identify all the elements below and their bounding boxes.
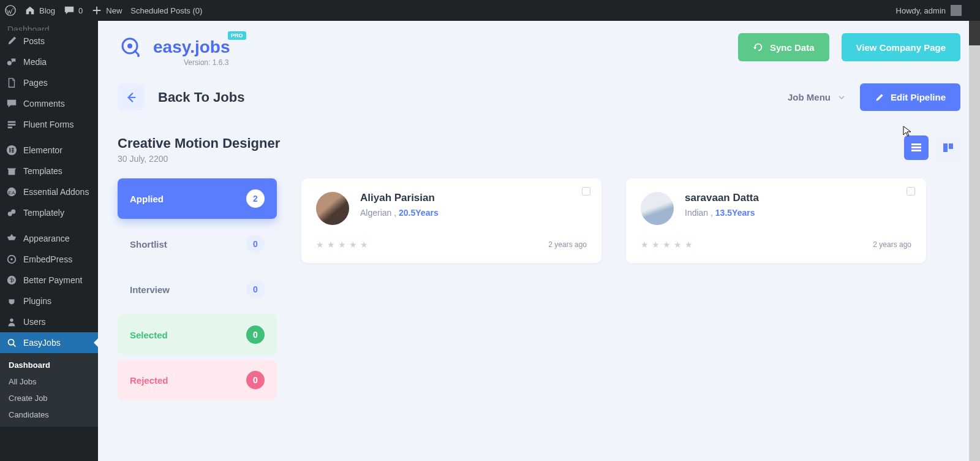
svg-point-15 — [10, 258, 13, 261]
candidate-avatar — [316, 192, 349, 225]
sub-candidates[interactable]: Candidates — [0, 406, 98, 423]
svg-point-1 — [7, 61, 12, 65]
wp-logo[interactable] — [5, 5, 16, 16]
stage-applied[interactable]: Applied2 — [118, 178, 277, 219]
pro-badge: PRO — [228, 31, 246, 40]
sidebar-item-pages[interactable]: Pages — [0, 72, 98, 93]
site-home[interactable]: Blog — [24, 5, 55, 16]
svg-rect-23 — [911, 147, 921, 148]
sub-all-jobs[interactable]: All Jobs — [0, 373, 98, 390]
sidebar-item-betterpayment[interactable]: Better Payment — [0, 270, 98, 291]
site-name: Blog — [39, 6, 55, 15]
back-title: Back To Jobs — [158, 90, 244, 105]
candidate-card[interactable]: saravaan Datta Indian , 13.5Years ★★★★★ … — [626, 178, 926, 263]
svg-text:EA: EA — [9, 190, 15, 196]
wp-sidebar: Dashboard Posts Media Pages Comments Flu… — [0, 21, 98, 461]
sidebar-item-fluentforms[interactable]: Fluent Forms — [0, 114, 98, 135]
candidate-meta: Algerian , 20.5Years — [360, 208, 439, 218]
comments-link[interactable]: 0 — [64, 5, 83, 16]
rating-stars[interactable]: ★★★★★ — [641, 240, 693, 250]
svg-rect-3 — [8, 124, 16, 126]
candidate-avatar — [641, 192, 674, 225]
svg-rect-2 — [8, 121, 16, 123]
comments-count: 0 — [78, 6, 83, 15]
easyjobs-submenu: Dashboard All Jobs Create Job Candidates — [0, 353, 98, 427]
job-title: Creative Motion Designer — [118, 135, 280, 151]
new-label: New — [106, 6, 122, 15]
select-checkbox[interactable] — [907, 187, 915, 196]
select-checkbox[interactable] — [582, 187, 590, 196]
back-button[interactable] — [118, 84, 145, 111]
sidebar-item-users[interactable]: Users — [0, 311, 98, 332]
rating-stars[interactable]: ★★★★★ — [316, 240, 368, 250]
howdy-text[interactable]: Howdy, admin — [896, 6, 946, 15]
sub-dashboard[interactable]: Dashboard — [0, 357, 98, 373]
scrollbar-track[interactable] — [969, 21, 980, 461]
view-company-button[interactable]: View Company Page — [842, 33, 960, 61]
sync-data-button[interactable]: Sync Data — [738, 33, 829, 61]
candidate-name: saravaan Datta — [685, 192, 759, 204]
user-avatar[interactable] — [951, 5, 962, 16]
main-content: easy.jobsPRO Version: 1.6.3 Sync Data Vi… — [98, 21, 980, 461]
sidebar-item-templately[interactable]: Templately — [0, 202, 98, 223]
candidate-meta: Indian , 13.5Years — [685, 208, 759, 218]
scrollbar-thumb[interactable] — [969, 21, 980, 45]
svg-rect-6 — [9, 148, 10, 152]
sidebar-item-elementor[interactable]: Elementor — [0, 140, 98, 161]
svg-rect-9 — [12, 151, 14, 153]
easyjobs-logo-icon — [118, 34, 145, 61]
stage-selected[interactable]: Selected0 — [118, 314, 277, 355]
sidebar-item-easyjobs[interactable]: EasyJobs — [0, 332, 98, 353]
board-view-button[interactable] — [936, 135, 960, 160]
svg-rect-8 — [12, 150, 14, 151]
svg-point-21 — [137, 55, 140, 57]
candidate-card[interactable]: Aliyah Parisian Algerian , 20.5Years ★★★… — [301, 178, 601, 263]
job-date: 30 July, 2200 — [118, 154, 280, 164]
svg-point-13 — [11, 210, 15, 214]
dashboard-item-partial: Dashboard — [0, 21, 98, 31]
sub-create-job[interactable]: Create Job — [0, 390, 98, 406]
scheduled-posts[interactable]: Scheduled Posts (0) — [130, 6, 202, 15]
new-link[interactable]: New — [91, 5, 122, 16]
stage-interview[interactable]: Interview0 — [118, 269, 277, 310]
wp-admin-bar: Blog 0 New Scheduled Posts (0) Howdy, ad… — [0, 0, 980, 21]
sidebar-item-templates[interactable]: Templates — [0, 161, 98, 181]
candidate-name: Aliyah Parisian — [360, 192, 439, 204]
sidebar-item-appearance[interactable]: Appearance — [0, 228, 98, 249]
job-menu-dropdown[interactable]: Job Menu — [788, 92, 845, 102]
brand-version: Version: 1.6.3 — [184, 58, 228, 67]
svg-point-20 — [127, 44, 132, 48]
sidebar-item-media[interactable]: Media — [0, 51, 98, 72]
stage-shortlist[interactable]: Shortlist0 — [118, 224, 277, 264]
svg-rect-4 — [8, 127, 12, 129]
sidebar-item-posts[interactable]: Posts — [0, 31, 98, 51]
brand-block: easy.jobsPRO Version: 1.6.3 — [118, 34, 230, 61]
pencil-icon — [875, 93, 884, 102]
stage-rejected[interactable]: Rejected0 — [118, 360, 277, 400]
grid-view-button[interactable] — [904, 135, 929, 160]
applied-ago: 2 years ago — [548, 240, 587, 249]
brand-title: easy.jobsPRO — [153, 37, 230, 57]
edit-pipeline-button[interactable]: Edit Pipeline — [860, 83, 960, 111]
svg-point-17 — [10, 319, 13, 322]
pipeline-stages: Applied2 Shortlist0 Interview0 Selected0… — [118, 178, 277, 400]
svg-rect-24 — [911, 150, 921, 151]
svg-rect-25 — [943, 143, 948, 152]
svg-rect-7 — [12, 148, 14, 149]
chevron-down-icon — [838, 94, 845, 101]
svg-rect-26 — [949, 143, 953, 149]
sidebar-item-essential[interactable]: EAEssential Addons — [0, 181, 98, 202]
svg-rect-22 — [911, 143, 921, 145]
sidebar-item-comments[interactable]: Comments — [0, 93, 98, 114]
svg-point-18 — [9, 340, 14, 345]
sidebar-item-embedpress[interactable]: EmbedPress — [0, 249, 98, 270]
applied-ago: 2 years ago — [873, 240, 911, 249]
sidebar-item-plugins[interactable]: Plugins — [0, 291, 98, 311]
